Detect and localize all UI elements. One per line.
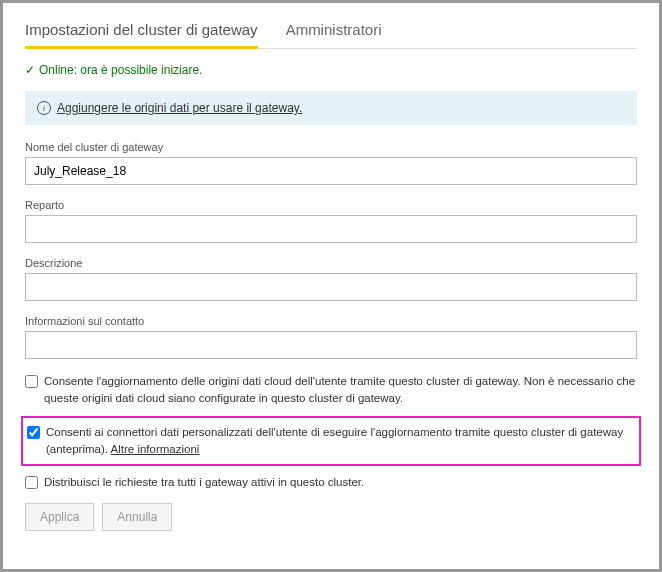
allow-cloud-label: Consente l'aggiornamento delle origini d… [44,373,637,408]
add-data-sources-link[interactable]: Aggiungere le origini dati per usare il … [57,101,302,115]
distribute-label: Distribuisci le richieste tra tutti i ga… [44,474,364,491]
description-input[interactable] [25,273,637,301]
status-text: Online: ora è possibile iniziare. [39,63,202,77]
department-label: Reparto [25,199,637,211]
allow-connectors-checkbox[interactable] [27,426,40,439]
checkbox-allow-connectors: Consenti ai connettori dati personalizza… [27,424,635,459]
contact-label: Informazioni sul contatto [25,315,637,327]
info-icon: i [37,101,51,115]
tabs-bar: Impostazioni del cluster di gateway Ammi… [25,21,637,49]
apply-button[interactable]: Applica [25,503,94,531]
status-line: ✓ Online: ora è possibile iniziare. [25,63,637,77]
cluster-name-label: Nome del cluster di gateway [25,141,637,153]
check-icon: ✓ [25,63,35,77]
department-input[interactable] [25,215,637,243]
highlighted-option: Consenti ai connettori dati personalizza… [21,416,641,467]
tab-admins[interactable]: Amministratori [286,21,382,49]
distribute-checkbox[interactable] [25,476,38,489]
checkbox-allow-cloud: Consente l'aggiornamento delle origini d… [25,373,637,408]
cancel-button[interactable]: Annulla [102,503,172,531]
checkbox-distribute: Distribuisci le richieste tra tutti i ga… [25,474,637,491]
field-description: Descrizione [25,257,637,301]
contact-input[interactable] [25,331,637,359]
allow-cloud-checkbox[interactable] [25,375,38,388]
tab-settings[interactable]: Impostazioni del cluster di gateway [25,21,258,49]
info-banner: i Aggiungere le origini dati per usare i… [25,91,637,125]
button-row: Applica Annulla [25,503,637,531]
learn-more-link[interactable]: Altre informazioni [111,443,200,455]
field-department: Reparto [25,199,637,243]
field-cluster-name: Nome del cluster di gateway [25,141,637,185]
cluster-name-input[interactable] [25,157,637,185]
field-contact: Informazioni sul contatto [25,315,637,359]
allow-connectors-label: Consenti ai connettori dati personalizza… [46,424,635,459]
description-label: Descrizione [25,257,637,269]
